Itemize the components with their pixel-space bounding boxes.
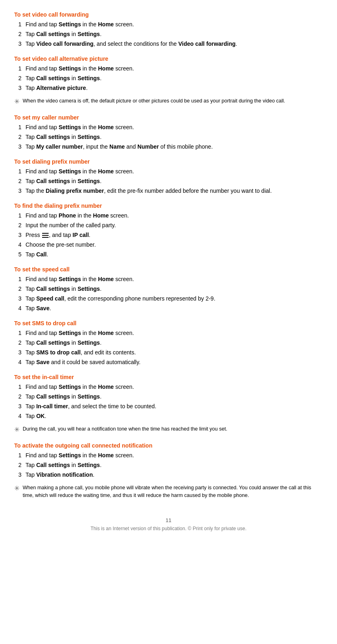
step-text: Tap Call settings in Settings. [26,461,323,469]
step-number: 2 [14,461,21,469]
step-text: Find and tap Settings in the Home screen… [26,20,323,29]
step-item: 2Tap Call settings in Settings. [14,339,323,347]
step-item: 3Tap Alternative picture. [14,84,323,92]
step-item: 2Tap Call settings in Settings. [14,461,323,469]
note-box: ✳When making a phone call, you mobile ph… [14,482,323,501]
step-number: 3 [14,402,21,411]
step-item: 4Tap Save and it could be saved automati… [14,358,323,367]
step-item: 3Press , and tap IP call. [14,231,323,239]
step-number: 3 [14,40,21,48]
section-title-my-caller-number: To set my caller number [14,114,323,121]
section-speed-call: To set the speed call1Find and tap Setti… [14,266,323,313]
step-text: Find and tap Settings in the Home screen… [26,123,323,132]
step-number: 3 [14,348,21,357]
step-text: Press , and tap IP call. [26,231,323,239]
step-number: 1 [14,167,21,176]
section-dialing-prefix-number: To set dialing prefix number1Find and ta… [14,158,323,195]
steps-list-dialing-prefix-number: 1Find and tap Settings in the Home scree… [14,167,323,195]
step-number: 3 [14,471,21,479]
note-text: When making a phone call, you mobile pho… [23,484,323,499]
step-number: 4 [14,412,21,420]
section-video-call-alt-picture: To set video call alternative picture1Fi… [14,55,323,107]
step-number: 4 [14,358,21,367]
steps-list-sms-drop-call: 1Find and tap Settings in the Home scree… [14,329,323,367]
step-number: 3 [14,143,21,151]
steps-list-video-call-forwarding: 1Find and tap Settings in the Home scree… [14,20,323,48]
step-number: 2 [14,30,21,38]
section-title-find-dialing-prefix-number: To find the dialing prefix number [14,203,323,209]
steps-list-outgoing-call-notification: 1Find and tap Settings in the Home scree… [14,451,323,479]
step-item: 3Tap the Dialing prefix number, edit the… [14,187,323,195]
section-find-dialing-prefix-number: To find the dialing prefix number1Find a… [14,203,323,259]
step-number: 2 [14,74,21,83]
steps-list-in-call-timer: 1Find and tap Settings in the Home scree… [14,383,323,420]
step-item: 3Tap In-call timer, and select the time … [14,402,323,411]
note-text: When the video camera is off, the defaul… [23,97,285,105]
step-item: 3Tap Video call forwarding, and select t… [14,40,323,48]
step-text: Tap Speed call, edit the corresponding p… [26,294,323,303]
page-number: 11 [14,517,323,523]
step-number: 1 [14,123,21,132]
step-item: 1Find and tap Settings in the Home scree… [14,383,323,391]
step-item: 2Tap Call settings in Settings. [14,30,323,38]
step-item: 3Tap SMS to drop call, and edit its cont… [14,348,323,357]
step-item: 1Find and tap Settings in the Home scree… [14,20,323,29]
step-item: 1Find and tap Phone in the Home screen. [14,211,323,220]
note-box: ✳When the video camera is off, the defau… [14,96,323,107]
step-number: 3 [14,187,21,195]
step-number: 2 [14,285,21,293]
step-text: Tap Vibration notification. [26,471,323,479]
footer-text: This is an Internet version of this publ… [14,526,323,531]
step-number: 1 [14,451,21,460]
step-item: 2Tap Call settings in Settings. [14,392,323,401]
note-text: During the call, you will hear a notific… [23,425,227,433]
step-number: 3 [14,294,21,303]
step-number: 1 [14,275,21,284]
step-item: 3Tap Vibration notification. [14,471,323,479]
step-number: 2 [14,392,21,401]
section-my-caller-number: To set my caller number1Find and tap Set… [14,114,323,151]
step-item: 4Tap OK. [14,412,323,420]
step-text: Tap the Dialing prefix number, edit the … [26,187,323,195]
steps-list-speed-call: 1Find and tap Settings in the Home scree… [14,275,323,313]
step-text: Tap My caller number, input the Name and… [26,143,323,151]
step-text: Tap In-call timer, and select the time t… [26,402,323,411]
step-item: 2Input the number of the called party. [14,221,323,230]
section-title-in-call-timer: To set the in-call timer [14,374,323,380]
step-text: Find and tap Phone in the Home screen. [26,211,323,220]
steps-list-video-call-alt-picture: 1Find and tap Settings in the Home scree… [14,64,323,92]
step-text: Find and tap Settings in the Home screen… [26,383,323,391]
step-item: 1Find and tap Settings in the Home scree… [14,275,323,284]
step-text: Tap Call settings in Settings. [26,30,323,38]
step-number: 1 [14,64,21,73]
section-title-video-call-alt-picture: To set video call alternative picture [14,55,323,62]
step-text: Tap Save. [26,304,323,313]
note-icon: ✳ [14,484,19,492]
section-outgoing-call-notification: To activate the outgoing call connected … [14,442,323,501]
step-number: 1 [14,211,21,220]
note-icon: ✳ [14,426,19,433]
step-text: Tap Call settings in Settings. [26,177,323,186]
section-sms-drop-call: To set SMS to drop call1Find and tap Set… [14,320,323,367]
step-item: 5Tap Call. [14,250,323,259]
step-number: 5 [14,250,21,259]
step-item: 1Find and tap Settings in the Home scree… [14,451,323,460]
step-number: 3 [14,231,21,239]
step-number: 3 [14,84,21,92]
step-item: 2Tap Call settings in Settings. [14,133,323,141]
step-item: 4Choose the pre-set number. [14,241,323,249]
step-text: Tap SMS to drop call, and edit its conte… [26,348,323,357]
steps-list-find-dialing-prefix-number: 1Find and tap Phone in the Home screen.2… [14,211,323,259]
step-text: Find and tap Settings in the Home screen… [26,275,323,284]
step-number: 4 [14,304,21,313]
step-item: 1Find and tap Settings in the Home scree… [14,123,323,132]
step-number: 1 [14,20,21,29]
step-item: 3Tap Speed call, edit the corresponding … [14,294,323,303]
section-title-dialing-prefix-number: To set dialing prefix number [14,158,323,165]
steps-list-my-caller-number: 1Find and tap Settings in the Home scree… [14,123,323,151]
note-box: ✳During the call, you will hear a notifi… [14,424,323,435]
step-text: Tap Call settings in Settings. [26,392,323,401]
step-text: Tap Call settings in Settings. [26,74,323,83]
step-text: Find and tap Settings in the Home screen… [26,64,323,73]
section-title-outgoing-call-notification: To activate the outgoing call connected … [14,442,323,449]
